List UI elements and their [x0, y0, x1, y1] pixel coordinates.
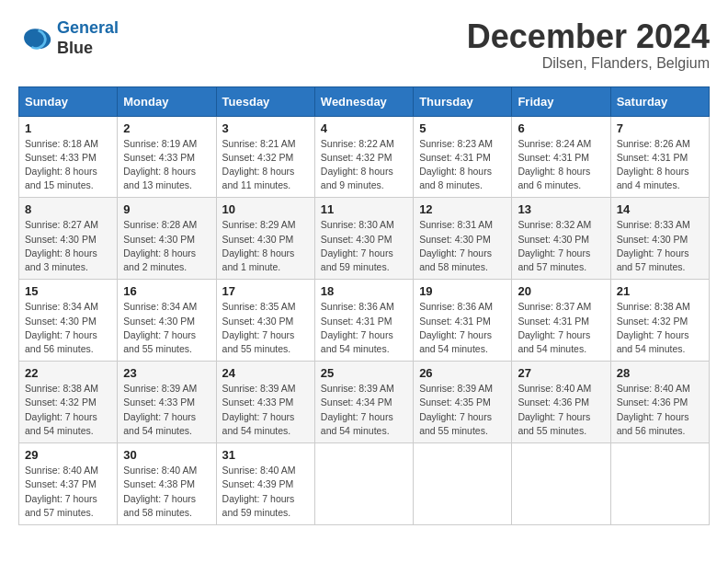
day-info: Sunrise: 8:23 AMSunset: 4:31 PMDaylight:…	[419, 137, 506, 193]
day-info: Sunrise: 8:39 AMSunset: 4:33 PMDaylight:…	[222, 382, 309, 438]
calendar-table: SundayMondayTuesdayWednesdayThursdayFrid…	[18, 86, 710, 525]
calendar-header-wednesday: Wednesday	[314, 86, 413, 116]
day-number: 20	[518, 284, 604, 298]
day-info: Sunrise: 8:21 AMSunset: 4:32 PMDaylight:…	[222, 137, 309, 193]
day-number: 18	[321, 284, 407, 298]
calendar-cell: 23Sunrise: 8:39 AMSunset: 4:33 PMDayligh…	[118, 362, 216, 443]
day-number: 1	[25, 121, 111, 135]
day-number: 17	[222, 284, 309, 298]
day-number: 29	[25, 448, 111, 462]
day-info: Sunrise: 8:39 AMSunset: 4:34 PMDaylight:…	[321, 382, 407, 438]
calendar-cell: 31Sunrise: 8:40 AMSunset: 4:39 PMDayligh…	[216, 443, 314, 525]
day-info: Sunrise: 8:39 AMSunset: 4:33 PMDaylight:…	[123, 382, 210, 438]
calendar-cell: 17Sunrise: 8:35 AMSunset: 4:30 PMDayligh…	[216, 280, 314, 362]
calendar-cell: 25Sunrise: 8:39 AMSunset: 4:34 PMDayligh…	[314, 362, 413, 443]
day-number: 3	[222, 121, 309, 135]
day-info: Sunrise: 8:27 AMSunset: 4:30 PMDaylight:…	[25, 218, 111, 274]
calendar-cell: 7Sunrise: 8:26 AMSunset: 4:31 PMDaylight…	[610, 116, 709, 198]
day-number: 6	[518, 121, 604, 135]
day-info: Sunrise: 8:24 AMSunset: 4:31 PMDaylight:…	[518, 137, 604, 193]
calendar-cell: 28Sunrise: 8:40 AMSunset: 4:36 PMDayligh…	[610, 362, 709, 443]
calendar-cell: 21Sunrise: 8:38 AMSunset: 4:32 PMDayligh…	[610, 280, 709, 362]
day-number: 19	[419, 284, 506, 298]
day-info: Sunrise: 8:18 AMSunset: 4:33 PMDaylight:…	[25, 137, 111, 193]
calendar-week-3: 15Sunrise: 8:34 AMSunset: 4:30 PMDayligh…	[19, 280, 710, 362]
day-info: Sunrise: 8:35 AMSunset: 4:30 PMDaylight:…	[222, 300, 309, 356]
calendar-cell: 13Sunrise: 8:32 AMSunset: 4:30 PMDayligh…	[512, 198, 610, 280]
day-info: Sunrise: 8:40 AMSunset: 4:37 PMDaylight:…	[25, 464, 111, 520]
calendar-cell: 24Sunrise: 8:39 AMSunset: 4:33 PMDayligh…	[216, 362, 314, 443]
day-number: 9	[123, 202, 210, 216]
calendar-header-sunday: Sunday	[19, 86, 118, 116]
calendar-header-row: SundayMondayTuesdayWednesdayThursdayFrid…	[19, 86, 710, 116]
day-info: Sunrise: 8:36 AMSunset: 4:31 PMDaylight:…	[321, 300, 407, 356]
logo: General Blue	[18, 18, 119, 58]
calendar-cell: 8Sunrise: 8:27 AMSunset: 4:30 PMDaylight…	[19, 198, 118, 280]
calendar-cell: 22Sunrise: 8:38 AMSunset: 4:32 PMDayligh…	[19, 362, 118, 443]
day-info: Sunrise: 8:40 AMSunset: 4:39 PMDaylight:…	[222, 464, 309, 520]
calendar-week-4: 22Sunrise: 8:38 AMSunset: 4:32 PMDayligh…	[19, 362, 710, 443]
calendar-header-tuesday: Tuesday	[216, 86, 314, 116]
day-info: Sunrise: 8:22 AMSunset: 4:32 PMDaylight:…	[321, 137, 407, 193]
calendar-cell: 26Sunrise: 8:39 AMSunset: 4:35 PMDayligh…	[414, 362, 512, 443]
day-info: Sunrise: 8:30 AMSunset: 4:30 PMDaylight:…	[321, 218, 407, 274]
day-number: 27	[518, 366, 604, 380]
day-info: Sunrise: 8:31 AMSunset: 4:30 PMDaylight:…	[419, 218, 506, 274]
day-number: 31	[222, 448, 309, 462]
calendar-cell	[610, 443, 709, 525]
calendar-cell: 4Sunrise: 8:22 AMSunset: 4:32 PMDaylight…	[314, 116, 413, 198]
calendar-body: 1Sunrise: 8:18 AMSunset: 4:33 PMDaylight…	[19, 116, 710, 524]
calendar-cell: 6Sunrise: 8:24 AMSunset: 4:31 PMDaylight…	[512, 116, 610, 198]
calendar-cell: 18Sunrise: 8:36 AMSunset: 4:31 PMDayligh…	[314, 280, 413, 362]
day-number: 23	[123, 366, 210, 380]
calendar-cell: 14Sunrise: 8:33 AMSunset: 4:30 PMDayligh…	[610, 198, 709, 280]
day-info: Sunrise: 8:34 AMSunset: 4:30 PMDaylight:…	[25, 300, 111, 356]
calendar-header-friday: Friday	[512, 86, 610, 116]
calendar-cell: 10Sunrise: 8:29 AMSunset: 4:30 PMDayligh…	[216, 198, 314, 280]
calendar-cell: 15Sunrise: 8:34 AMSunset: 4:30 PMDayligh…	[19, 280, 118, 362]
day-number: 4	[321, 121, 407, 135]
day-number: 8	[25, 202, 111, 216]
calendar-week-1: 1Sunrise: 8:18 AMSunset: 4:33 PMDaylight…	[19, 116, 710, 198]
day-number: 21	[617, 284, 703, 298]
day-info: Sunrise: 8:19 AMSunset: 4:33 PMDaylight:…	[123, 137, 210, 193]
day-info: Sunrise: 8:36 AMSunset: 4:31 PMDaylight:…	[419, 300, 506, 356]
calendar-cell: 19Sunrise: 8:36 AMSunset: 4:31 PMDayligh…	[414, 280, 512, 362]
day-number: 30	[123, 448, 210, 462]
day-info: Sunrise: 8:37 AMSunset: 4:31 PMDaylight:…	[518, 300, 604, 356]
day-number: 7	[617, 121, 703, 135]
day-number: 24	[222, 366, 309, 380]
calendar-header-saturday: Saturday	[610, 86, 709, 116]
calendar-cell: 27Sunrise: 8:40 AMSunset: 4:36 PMDayligh…	[512, 362, 610, 443]
day-info: Sunrise: 8:32 AMSunset: 4:30 PMDaylight:…	[518, 218, 604, 274]
day-number: 11	[321, 202, 407, 216]
calendar-header-monday: Monday	[118, 86, 216, 116]
calendar-cell	[314, 443, 413, 525]
day-number: 12	[419, 202, 506, 216]
calendar-cell: 20Sunrise: 8:37 AMSunset: 4:31 PMDayligh…	[512, 280, 610, 362]
subtitle: Dilsen, Flanders, Belgium	[467, 55, 710, 72]
day-info: Sunrise: 8:34 AMSunset: 4:30 PMDaylight:…	[123, 300, 210, 356]
calendar-cell	[414, 443, 512, 525]
logo-icon	[18, 22, 51, 55]
day-info: Sunrise: 8:39 AMSunset: 4:35 PMDaylight:…	[419, 382, 506, 438]
calendar-cell: 9Sunrise: 8:28 AMSunset: 4:30 PMDaylight…	[118, 198, 216, 280]
calendar-cell: 5Sunrise: 8:23 AMSunset: 4:31 PMDaylight…	[414, 116, 512, 198]
day-number: 28	[617, 366, 703, 380]
day-number: 16	[123, 284, 210, 298]
calendar-cell: 3Sunrise: 8:21 AMSunset: 4:32 PMDaylight…	[216, 116, 314, 198]
day-info: Sunrise: 8:38 AMSunset: 4:32 PMDaylight:…	[617, 300, 703, 356]
calendar-cell: 1Sunrise: 8:18 AMSunset: 4:33 PMDaylight…	[19, 116, 118, 198]
day-info: Sunrise: 8:29 AMSunset: 4:30 PMDaylight:…	[222, 218, 309, 274]
calendar-week-2: 8Sunrise: 8:27 AMSunset: 4:30 PMDaylight…	[19, 198, 710, 280]
day-number: 10	[222, 202, 309, 216]
calendar-week-5: 29Sunrise: 8:40 AMSunset: 4:37 PMDayligh…	[19, 443, 710, 525]
calendar-cell: 30Sunrise: 8:40 AMSunset: 4:38 PMDayligh…	[118, 443, 216, 525]
day-number: 2	[123, 121, 210, 135]
day-info: Sunrise: 8:28 AMSunset: 4:30 PMDaylight:…	[123, 218, 210, 274]
calendar-header-thursday: Thursday	[414, 86, 512, 116]
title-area: December 2024 Dilsen, Flanders, Belgium	[467, 18, 710, 72]
calendar-cell: 16Sunrise: 8:34 AMSunset: 4:30 PMDayligh…	[118, 280, 216, 362]
calendar-cell: 2Sunrise: 8:19 AMSunset: 4:33 PMDaylight…	[118, 116, 216, 198]
calendar-cell: 11Sunrise: 8:30 AMSunset: 4:30 PMDayligh…	[314, 198, 413, 280]
